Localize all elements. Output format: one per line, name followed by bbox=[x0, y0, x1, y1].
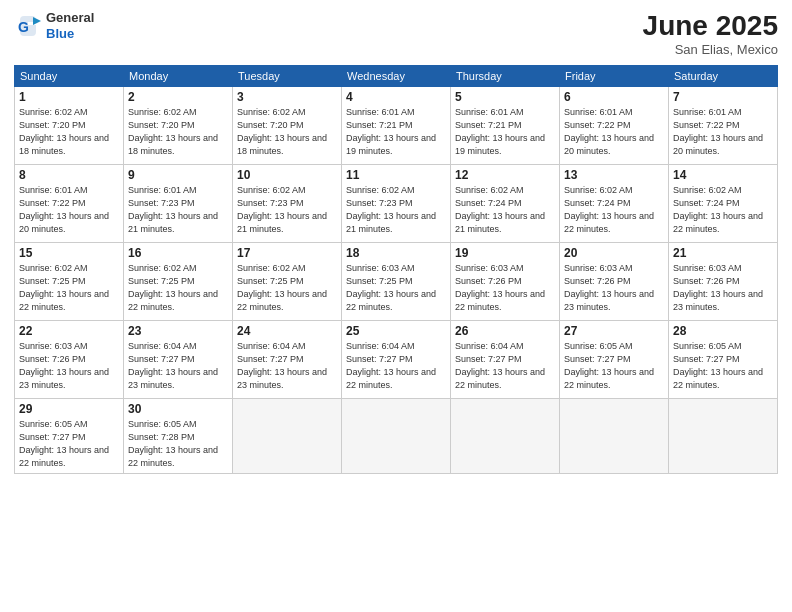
logo: G General Blue bbox=[14, 10, 94, 41]
table-row: 9 Sunrise: 6:01 AM Sunset: 7:23 PM Dayli… bbox=[124, 165, 233, 243]
day-number: 4 bbox=[346, 90, 446, 104]
day-number: 3 bbox=[237, 90, 337, 104]
day-info: Sunrise: 6:02 AM Sunset: 7:20 PM Dayligh… bbox=[19, 106, 119, 158]
logo-blue: Blue bbox=[46, 26, 94, 42]
location: San Elias, Mexico bbox=[643, 42, 778, 57]
day-info: Sunrise: 6:02 AM Sunset: 7:25 PM Dayligh… bbox=[237, 262, 337, 314]
day-number: 8 bbox=[19, 168, 119, 182]
day-info: Sunrise: 6:04 AM Sunset: 7:27 PM Dayligh… bbox=[128, 340, 228, 392]
day-info: Sunrise: 6:02 AM Sunset: 7:20 PM Dayligh… bbox=[237, 106, 337, 158]
day-number: 25 bbox=[346, 324, 446, 338]
page-container: G General Blue June 2025 San Elias, Mexi… bbox=[0, 0, 792, 484]
calendar-table: Sunday Monday Tuesday Wednesday Thursday… bbox=[14, 65, 778, 474]
table-row: 20 Sunrise: 6:03 AM Sunset: 7:26 PM Dayl… bbox=[560, 243, 669, 321]
col-friday: Friday bbox=[560, 66, 669, 87]
table-row: 8 Sunrise: 6:01 AM Sunset: 7:22 PM Dayli… bbox=[15, 165, 124, 243]
table-row: 28 Sunrise: 6:05 AM Sunset: 7:27 PM Dayl… bbox=[669, 321, 778, 399]
day-info: Sunrise: 6:04 AM Sunset: 7:27 PM Dayligh… bbox=[237, 340, 337, 392]
day-number: 10 bbox=[237, 168, 337, 182]
day-info: Sunrise: 6:02 AM Sunset: 7:24 PM Dayligh… bbox=[564, 184, 664, 236]
table-row: 17 Sunrise: 6:02 AM Sunset: 7:25 PM Dayl… bbox=[233, 243, 342, 321]
table-row: 13 Sunrise: 6:02 AM Sunset: 7:24 PM Dayl… bbox=[560, 165, 669, 243]
table-row: 16 Sunrise: 6:02 AM Sunset: 7:25 PM Dayl… bbox=[124, 243, 233, 321]
day-number: 13 bbox=[564, 168, 664, 182]
day-info: Sunrise: 6:05 AM Sunset: 7:27 PM Dayligh… bbox=[673, 340, 773, 392]
day-info: Sunrise: 6:03 AM Sunset: 7:26 PM Dayligh… bbox=[673, 262, 773, 314]
table-row: 14 Sunrise: 6:02 AM Sunset: 7:24 PM Dayl… bbox=[669, 165, 778, 243]
day-info: Sunrise: 6:02 AM Sunset: 7:25 PM Dayligh… bbox=[19, 262, 119, 314]
day-info: Sunrise: 6:05 AM Sunset: 7:27 PM Dayligh… bbox=[19, 418, 119, 470]
day-number: 27 bbox=[564, 324, 664, 338]
day-number: 11 bbox=[346, 168, 446, 182]
day-number: 26 bbox=[455, 324, 555, 338]
col-monday: Monday bbox=[124, 66, 233, 87]
day-number: 17 bbox=[237, 246, 337, 260]
day-number: 24 bbox=[237, 324, 337, 338]
day-info: Sunrise: 6:02 AM Sunset: 7:24 PM Dayligh… bbox=[673, 184, 773, 236]
day-info: Sunrise: 6:05 AM Sunset: 7:28 PM Dayligh… bbox=[128, 418, 228, 470]
day-number: 15 bbox=[19, 246, 119, 260]
day-number: 21 bbox=[673, 246, 773, 260]
day-info: Sunrise: 6:02 AM Sunset: 7:23 PM Dayligh… bbox=[346, 184, 446, 236]
day-number: 23 bbox=[128, 324, 228, 338]
day-number: 29 bbox=[19, 402, 119, 416]
day-info: Sunrise: 6:01 AM Sunset: 7:21 PM Dayligh… bbox=[346, 106, 446, 158]
table-row bbox=[342, 399, 451, 474]
table-row: 7 Sunrise: 6:01 AM Sunset: 7:22 PM Dayli… bbox=[669, 87, 778, 165]
table-row bbox=[560, 399, 669, 474]
day-number: 28 bbox=[673, 324, 773, 338]
calendar-header-row: Sunday Monday Tuesday Wednesday Thursday… bbox=[15, 66, 778, 87]
day-number: 19 bbox=[455, 246, 555, 260]
table-row: 29 Sunrise: 6:05 AM Sunset: 7:27 PM Dayl… bbox=[15, 399, 124, 474]
table-row: 30 Sunrise: 6:05 AM Sunset: 7:28 PM Dayl… bbox=[124, 399, 233, 474]
day-number: 20 bbox=[564, 246, 664, 260]
day-number: 2 bbox=[128, 90, 228, 104]
logo-icon: G bbox=[14, 12, 42, 40]
svg-text:G: G bbox=[18, 19, 29, 35]
table-row: 15 Sunrise: 6:02 AM Sunset: 7:25 PM Dayl… bbox=[15, 243, 124, 321]
day-info: Sunrise: 6:04 AM Sunset: 7:27 PM Dayligh… bbox=[455, 340, 555, 392]
table-row: 12 Sunrise: 6:02 AM Sunset: 7:24 PM Dayl… bbox=[451, 165, 560, 243]
day-info: Sunrise: 6:01 AM Sunset: 7:23 PM Dayligh… bbox=[128, 184, 228, 236]
day-info: Sunrise: 6:02 AM Sunset: 7:25 PM Dayligh… bbox=[128, 262, 228, 314]
table-row: 24 Sunrise: 6:04 AM Sunset: 7:27 PM Dayl… bbox=[233, 321, 342, 399]
logo-text: General Blue bbox=[46, 10, 94, 41]
col-thursday: Thursday bbox=[451, 66, 560, 87]
table-row: 3 Sunrise: 6:02 AM Sunset: 7:20 PM Dayli… bbox=[233, 87, 342, 165]
day-info: Sunrise: 6:01 AM Sunset: 7:21 PM Dayligh… bbox=[455, 106, 555, 158]
table-row bbox=[669, 399, 778, 474]
table-row: 5 Sunrise: 6:01 AM Sunset: 7:21 PM Dayli… bbox=[451, 87, 560, 165]
day-info: Sunrise: 6:03 AM Sunset: 7:26 PM Dayligh… bbox=[455, 262, 555, 314]
table-row: 10 Sunrise: 6:02 AM Sunset: 7:23 PM Dayl… bbox=[233, 165, 342, 243]
table-row: 19 Sunrise: 6:03 AM Sunset: 7:26 PM Dayl… bbox=[451, 243, 560, 321]
table-row: 25 Sunrise: 6:04 AM Sunset: 7:27 PM Dayl… bbox=[342, 321, 451, 399]
day-info: Sunrise: 6:04 AM Sunset: 7:27 PM Dayligh… bbox=[346, 340, 446, 392]
day-number: 30 bbox=[128, 402, 228, 416]
table-row: 11 Sunrise: 6:02 AM Sunset: 7:23 PM Dayl… bbox=[342, 165, 451, 243]
day-info: Sunrise: 6:02 AM Sunset: 7:24 PM Dayligh… bbox=[455, 184, 555, 236]
table-row: 26 Sunrise: 6:04 AM Sunset: 7:27 PM Dayl… bbox=[451, 321, 560, 399]
day-info: Sunrise: 6:03 AM Sunset: 7:25 PM Dayligh… bbox=[346, 262, 446, 314]
table-row: 23 Sunrise: 6:04 AM Sunset: 7:27 PM Dayl… bbox=[124, 321, 233, 399]
day-number: 1 bbox=[19, 90, 119, 104]
table-row: 22 Sunrise: 6:03 AM Sunset: 7:26 PM Dayl… bbox=[15, 321, 124, 399]
col-saturday: Saturday bbox=[669, 66, 778, 87]
col-tuesday: Tuesday bbox=[233, 66, 342, 87]
table-row bbox=[451, 399, 560, 474]
table-row: 27 Sunrise: 6:05 AM Sunset: 7:27 PM Dayl… bbox=[560, 321, 669, 399]
col-wednesday: Wednesday bbox=[342, 66, 451, 87]
day-info: Sunrise: 6:02 AM Sunset: 7:20 PM Dayligh… bbox=[128, 106, 228, 158]
title-block: June 2025 San Elias, Mexico bbox=[643, 10, 778, 57]
table-row: 1 Sunrise: 6:02 AM Sunset: 7:20 PM Dayli… bbox=[15, 87, 124, 165]
day-number: 14 bbox=[673, 168, 773, 182]
day-info: Sunrise: 6:02 AM Sunset: 7:23 PM Dayligh… bbox=[237, 184, 337, 236]
day-info: Sunrise: 6:03 AM Sunset: 7:26 PM Dayligh… bbox=[564, 262, 664, 314]
day-number: 6 bbox=[564, 90, 664, 104]
day-number: 18 bbox=[346, 246, 446, 260]
table-row: 6 Sunrise: 6:01 AM Sunset: 7:22 PM Dayli… bbox=[560, 87, 669, 165]
day-info: Sunrise: 6:03 AM Sunset: 7:26 PM Dayligh… bbox=[19, 340, 119, 392]
day-info: Sunrise: 6:01 AM Sunset: 7:22 PM Dayligh… bbox=[564, 106, 664, 158]
logo-general: General bbox=[46, 10, 94, 26]
day-number: 16 bbox=[128, 246, 228, 260]
day-number: 22 bbox=[19, 324, 119, 338]
